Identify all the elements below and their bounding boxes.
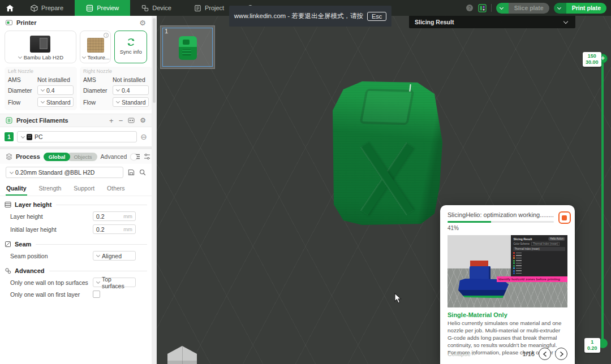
plate-type-card[interactable]: i Texture... [80, 31, 111, 63]
fullscreen-notification: www.linkedin.com - 若要退出全屏模式，请按 Esc [229, 6, 391, 27]
only-one-wall-top-row: Only one wall on top surfaces Top surfac… [0, 276, 152, 289]
printer-image [30, 36, 50, 53]
only-one-wall-first-layer-row: Only one wall on first layer [0, 289, 152, 300]
scope-objects[interactable]: Objects [67, 153, 97, 161]
helio-progress-bar [448, 221, 554, 223]
chevron-down-icon [96, 253, 100, 257]
chevron-down-icon [116, 99, 120, 103]
left-ams-status: Not installed [37, 76, 70, 83]
spool-icon [27, 134, 32, 140]
app-window: 1 Slicing Result + 150 30.00 1 [0, 0, 611, 364]
stop-icon [562, 215, 567, 220]
advanced-section-header: Advanced [0, 262, 152, 276]
first-layer-checkbox[interactable] [93, 291, 100, 298]
chevron-down-icon [563, 19, 568, 23]
sidebar-panel: Printer ⚙ Bambu Lab H2D i Texture... Syn… [0, 16, 152, 364]
sync-icon [126, 37, 136, 47]
advanced-icon [5, 267, 11, 274]
layer-slider-top-badge: 150 30.00 [583, 52, 601, 67]
tune-icon[interactable] [144, 153, 150, 160]
helio-popup: SlicingHelio: optimization working......… [440, 205, 575, 364]
right-diameter-select[interactable]: 0.4 [113, 85, 149, 95]
only-one-wall-top-select[interactable]: Top surfaces [93, 278, 136, 287]
arrow-right-icon [558, 351, 565, 357]
helio-screenshot: Slicing Result Helio Action Color Scheme… [448, 235, 567, 307]
left-flow-select[interactable]: Standard [37, 97, 74, 107]
helio-action-button: Helio Action [548, 237, 565, 241]
topbar-actions: ? Slice plate Print plate [466, 0, 606, 16]
remove-filament-button[interactable]: − [119, 116, 123, 125]
slice-plate-button[interactable]: Slice plate [496, 3, 549, 14]
layer-slider-bottom-badge: 1 0.20 [584, 338, 600, 353]
help-icon[interactable]: ? [466, 4, 474, 12]
tab-strength[interactable]: Strength [38, 183, 62, 196]
model-x-emboss [351, 138, 421, 220]
tab-project[interactable]: Project [183, 0, 235, 16]
process-preset-select[interactable]: 0.20mm Standard @BBL H2D [6, 167, 123, 178]
tab-support[interactable]: Support [73, 183, 95, 196]
filament-settings-gear-icon[interactable]: ⚙ [140, 116, 146, 124]
helio-stop-button[interactable] [558, 211, 571, 224]
next-page-button[interactable] [555, 348, 567, 360]
filament-slot-badge: 1 [5, 132, 14, 141]
filament-icon [6, 117, 12, 124]
remove-slot-icon[interactable]: ⊖ [140, 133, 147, 141]
collapse-chevrons-icon [472, 352, 475, 356]
left-diameter-select[interactable]: 0.4 [37, 85, 74, 95]
orientation-cube[interactable] [167, 346, 197, 364]
search-icon[interactable] [139, 169, 146, 176]
process-icon [6, 153, 12, 160]
layer-height-input[interactable]: 0.2 mm [93, 211, 136, 221]
screenshot-slicing-panel: Slicing Result Helio Action Color Scheme… [511, 235, 567, 281]
chevron-down-icon [41, 88, 45, 92]
info-icon[interactable]: i [104, 33, 109, 38]
helio-body-text: Helio currently simulates one material a… [448, 320, 567, 349]
plates-manager-icon[interactable] [478, 4, 487, 12]
layer-height-section-header: Layer height [0, 196, 152, 210]
printer-icon [6, 19, 12, 26]
chevron-down-icon [96, 280, 100, 284]
page-indicator: 1/16 [523, 350, 535, 357]
prev-page-button[interactable] [539, 348, 551, 360]
slice-dropdown-toggle[interactable] [496, 3, 509, 14]
seam-position-select[interactable]: Aligned [93, 251, 136, 261]
print-plate-button[interactable]: Print plate [554, 3, 606, 14]
chevron-down-icon [18, 55, 22, 59]
seam-icon [5, 241, 11, 248]
home-icon [6, 4, 14, 12]
seam-section-header: Seam [0, 236, 152, 249]
slicing-result-bar[interactable]: Slicing Result [409, 15, 575, 28]
collapse-button[interactable]: Collapse [448, 350, 475, 357]
chevron-down-icon [557, 5, 561, 9]
right-flow-select[interactable]: Standard [113, 97, 149, 107]
right-ams-status: Not installed [113, 76, 145, 83]
chevron-down-icon [21, 134, 25, 138]
save-preset-icon[interactable] [128, 169, 135, 176]
plate-thumbnail[interactable]: 1 [160, 25, 215, 69]
model-3d[interactable] [330, 80, 443, 232]
initial-layer-height-row: Initial layer height 0.2 mm [0, 223, 152, 236]
filaments-section-header: Project Filaments + − ⚙ [0, 114, 152, 127]
print-dropdown-toggle[interactable] [554, 3, 566, 14]
tab-preview[interactable]: Preview [75, 0, 130, 16]
process-section-header: Process Global Objects Advanced [0, 149, 152, 164]
panel-scrollbar[interactable] [152, 16, 157, 364]
svg-text:?: ? [468, 5, 471, 11]
home-button[interactable] [0, 0, 19, 16]
tab-others[interactable]: Others [106, 183, 126, 196]
tab-device[interactable]: Device [130, 0, 183, 16]
layer-height-row: Layer height 0.2 mm [0, 210, 152, 223]
tab-quality[interactable]: Quality [6, 183, 27, 196]
add-filament-button[interactable]: + [109, 116, 114, 125]
ams-sync-icon[interactable] [128, 117, 135, 124]
printer-settings-gear-icon[interactable]: ⚙ [139, 19, 146, 27]
tab-prepare[interactable]: Prepare [19, 0, 75, 16]
printer-select-card[interactable]: Bambu Lab H2D [5, 31, 76, 63]
initial-layer-height-input[interactable]: 0.2 mm [93, 224, 136, 234]
filament-select[interactable]: PC [17, 131, 137, 142]
scope-global[interactable]: Global [44, 153, 71, 161]
sync-info-button[interactable]: Sync info [114, 31, 147, 63]
prepare-icon [31, 5, 38, 12]
helio-progress-percent: 41% [448, 225, 554, 231]
layer-slider-track[interactable] [601, 58, 604, 344]
